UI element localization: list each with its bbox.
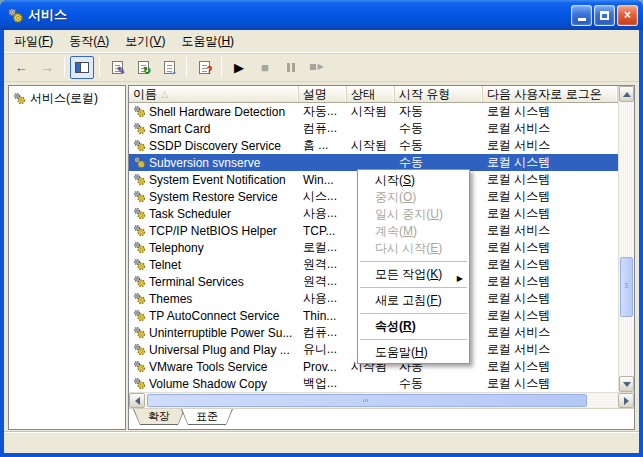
close-button[interactable]: × — [617, 5, 638, 26]
menu-separator — [360, 261, 467, 262]
back-icon: ← — [15, 61, 28, 74]
submenu-arrow-icon: ▶ — [457, 270, 463, 287]
service-description: 컴퓨... — [299, 120, 347, 137]
service-logon-as: 로컬 서비스 — [483, 324, 618, 341]
service-description: 유니... — [299, 341, 347, 358]
pause-service-button[interactable] — [279, 56, 303, 79]
service-description: 컴퓨... — [299, 324, 347, 341]
context-menu-item-r[interactable]: 속성(R) — [358, 318, 469, 335]
help-button[interactable]: ? — [192, 56, 216, 79]
context-menu-item-h[interactable]: 도움말(H) — [358, 344, 469, 361]
maximize-button[interactable] — [594, 5, 615, 26]
service-logon-as: 로컬 시스템 — [483, 307, 618, 324]
service-name: Volume Shadow Copy — [149, 377, 267, 391]
service-gears-icon — [133, 173, 146, 186]
toolbar-separator — [221, 57, 222, 77]
service-logon-as: 로컬 서비스 — [483, 222, 618, 239]
tab-standard[interactable]: 표준 — [181, 409, 233, 425]
minimize-button[interactable] — [571, 5, 592, 26]
forward-button[interactable]: → — [35, 56, 59, 79]
horizontal-scrollbar[interactable] — [129, 392, 634, 408]
services-gears-icon — [7, 7, 24, 24]
context-menu-item-o: 중지(O) — [358, 189, 469, 206]
table-row[interactable]: SSDP Discovery Service 홈 ... 시작됨 수동 로컬 서… — [129, 137, 618, 154]
pause-icon — [287, 63, 295, 72]
horizontal-scroll-track[interactable] — [145, 393, 618, 408]
menu-v[interactable]: 보기(V) — [117, 30, 173, 53]
service-status: 시작됨 — [347, 103, 395, 120]
service-description: Thin... — [299, 309, 347, 323]
service-startup-type: 수동 — [395, 375, 483, 392]
start-service-button[interactable]: ▶ — [227, 56, 251, 79]
service-logon-as: 로컬 서비스 — [483, 137, 618, 154]
service-name: Terminal Services — [149, 275, 244, 289]
service-name: VMware Tools Service — [149, 360, 268, 374]
service-description: 자동... — [299, 103, 347, 120]
scroll-down-icon — [623, 382, 631, 391]
export-list-icon: → — [164, 61, 175, 74]
service-gears-icon — [133, 156, 146, 169]
service-gears-icon — [133, 360, 146, 373]
properties-icon: ✎ — [112, 61, 123, 74]
service-gears-icon — [133, 377, 146, 390]
service-name: TCP/IP NetBIOS Helper — [149, 224, 277, 238]
services-window: 서비스 × 파일(F)동작(A)보기(V)도움말(H) ←→✎↻→?▶■▶ 서비… — [0, 0, 643, 457]
table-row[interactable]: Shell Hardware Detection 자동... 시작됨 자동 로컬… — [129, 103, 618, 120]
stop-service-button[interactable]: ■ — [253, 56, 277, 79]
vertical-scroll-track[interactable] — [619, 102, 634, 376]
context-menu-item-f[interactable]: 새로 고침(F) — [358, 292, 469, 309]
refresh-button[interactable]: ↻ — [131, 56, 155, 79]
service-name: Telnet — [149, 258, 181, 272]
tree-item-services-local[interactable]: 서비스(로컬) — [11, 89, 123, 108]
scroll-left-button[interactable] — [129, 393, 145, 408]
service-name: TP AutoConnect Service — [149, 309, 280, 323]
menu-bar: 파일(F)동작(A)보기(V)도움말(H) — [4, 30, 639, 53]
vertical-scroll-thumb[interactable] — [620, 257, 633, 317]
service-description: Prov... — [299, 360, 347, 374]
thumb-grip-icon — [625, 283, 628, 289]
context-menu-item-k[interactable]: 모든 작업(K)▶ — [358, 266, 469, 283]
service-gears-icon — [133, 224, 146, 237]
window-title: 서비스 — [28, 6, 571, 24]
restart-service-button[interactable]: ▶ — [305, 56, 329, 79]
scroll-up-button[interactable] — [619, 86, 634, 102]
column-header-1[interactable]: 설명 — [299, 86, 347, 102]
status-bar — [4, 432, 639, 453]
service-startup-type: 자동 — [395, 103, 483, 120]
service-gears-icon — [133, 241, 146, 254]
service-description: 홈 ... — [299, 137, 347, 154]
scroll-down-button[interactable] — [619, 376, 634, 392]
column-header-2[interactable]: 상태 — [347, 86, 395, 102]
context-menu-item-s[interactable]: 시작(S) — [358, 172, 469, 189]
export-list-button[interactable]: → — [157, 56, 181, 79]
column-header-0[interactable]: 이름△ — [129, 86, 299, 102]
scroll-right-button[interactable] — [618, 393, 634, 408]
service-startup-type: 수동 — [395, 137, 483, 154]
column-header-4[interactable]: 다음 사용자로 로그온 — [483, 86, 618, 102]
context-menu-item-u: 일시 중지(U) — [358, 206, 469, 223]
toolbar: ←→✎↻→?▶■▶ — [4, 53, 639, 82]
tab-extended[interactable]: 확장 — [133, 409, 185, 425]
service-description: 시스... — [299, 188, 347, 205]
service-name: Uninterruptible Power Su... — [149, 326, 292, 340]
properties-button[interactable]: ✎ — [105, 56, 129, 79]
table-row[interactable]: Volume Shadow Copy 백업... 수동 로컬 시스템 — [129, 375, 618, 392]
back-button[interactable]: ← — [9, 56, 33, 79]
service-logon-as: 로컬 시스템 — [483, 239, 618, 256]
vertical-scrollbar[interactable] — [618, 86, 634, 392]
menu-f[interactable]: 파일(F) — [6, 30, 61, 53]
horizontal-scroll-thumb[interactable] — [147, 394, 587, 407]
menu-a[interactable]: 동작(A) — [61, 30, 117, 53]
show-hide-console-tree-button[interactable] — [70, 56, 94, 79]
service-name: Subversion svnserve — [149, 156, 260, 170]
service-gears-icon — [133, 343, 146, 356]
column-header-3[interactable]: 시작 유형 — [395, 86, 483, 102]
context-menu-item-e: 다시 시작(E) — [358, 240, 469, 257]
service-gears-icon — [133, 326, 146, 339]
toolbar-separator — [186, 57, 187, 77]
service-name: SSDP Discovery Service — [149, 139, 281, 153]
service-status: 시작됨 — [347, 137, 395, 154]
minimize-icon — [578, 18, 586, 21]
table-row[interactable]: Smart Card 컴퓨... 수동 로컬 서비스 — [129, 120, 618, 137]
menu-h[interactable]: 도움말(H) — [173, 30, 242, 53]
